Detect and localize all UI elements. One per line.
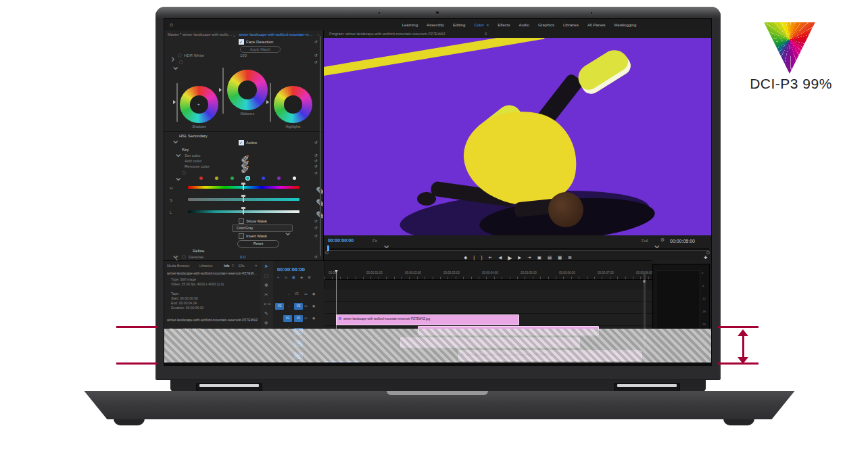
tab-metalogging[interactable]: Metalogging [614,23,637,27]
extract-icon[interactable]: ▤ [548,255,552,260]
reset-icon[interactable]: ↺ [314,53,318,57]
panel-menu-icon[interactable]: ≡ [232,263,234,267]
eye-icon[interactable]: ◉ [312,304,315,308]
program-scrubber[interactable] [327,248,709,251]
denoise-value[interactable]: 0.0 [240,255,245,259]
panel-menu-icon[interactable]: ≡ [485,32,487,36]
source-patch-v1[interactable]: V1 [283,315,292,322]
reset-icon[interactable]: ↺ [314,233,318,238]
tab-graphics[interactable]: Graphics [538,23,554,27]
export-frame-icon[interactable]: ▦ [558,255,562,260]
tab-effects[interactable]: Effects [498,23,510,27]
insert-icon[interactable]: ▭ [304,316,308,320]
wrench-icon[interactable]: ⚙ [308,275,311,279]
ripple-edit-tool-icon[interactable]: ✥ [264,283,268,288]
swatch-purple[interactable] [277,177,281,180]
lift-icon[interactable]: ▣ [537,255,541,260]
invert-mask-checkbox[interactable] [239,233,244,239]
zoom-dropdown[interactable]: Full [642,239,648,243]
tab-editing[interactable]: Editing [453,23,465,27]
tab-all-panels[interactable]: All Panels [587,23,606,27]
lumetri-scrollbar[interactable] [320,36,321,256]
eye-icon[interactable]: ◉ [312,316,315,320]
lum-slider-handle[interactable] [243,208,244,214]
reset-icon[interactable]: ↺ [314,140,318,145]
reset-icon[interactable]: ↺ [314,170,318,175]
tab-libraries[interactable]: Libraries [563,23,579,27]
source-patch-v2[interactable]: V2 [275,303,284,310]
lock-icon[interactable]: ◦ [288,292,289,296]
track-label-v2[interactable]: V2 [294,303,303,310]
tab-audio[interactable]: Audio [519,23,529,27]
insert-icon[interactable]: ▭ [304,291,308,296]
go-to-out-icon[interactable]: ⇥ [527,255,531,260]
reset-icon[interactable]: ↺ [314,218,318,223]
hand-tool-icon[interactable]: ✜ [264,321,268,326]
eyedropper-icon[interactable]: ✐ [241,164,249,177]
tab-media-browser[interactable]: Media Browser [167,264,189,268]
swatch-green[interactable] [231,177,234,180]
button-editor-plus-icon[interactable]: ✚ [704,255,707,260]
selection-tool-icon[interactable]: ➤ [264,264,268,269]
insert-icon[interactable]: ▭ [304,304,308,308]
step-back-icon[interactable]: ◀ [498,255,502,260]
slider-nub-icon[interactable] [219,88,222,92]
reset-button[interactable]: Reset [237,240,279,248]
home-icon[interactable]: ⌂ [170,22,173,28]
timeline-ruler[interactable]: 00:00 00:00:01:00 00:00:02:00 00:00:03:0… [324,270,652,280]
track-select-tool-icon[interactable]: ⬚ [264,273,269,279]
chevron-down-icon[interactable]: ⌄ [283,225,292,238]
midtones-wheel[interactable] [227,70,268,110]
program-current-timecode[interactable]: 00:00:00:00 [328,238,354,243]
tab-assembly[interactable]: Assembly [427,23,444,27]
grid-icon[interactable]: ⊞ [292,275,295,279]
hsl-secondary-label[interactable]: HSL Secondary [179,134,208,138]
chevron-down-icon[interactable]: ⌄ [233,32,236,37]
lock-icon[interactable]: ◦ [288,304,289,308]
swatch-white[interactable] [293,177,296,180]
lumetri-master-label[interactable]: Master * winter-landscape-with-wolford-m… [168,33,233,37]
tab-learning[interactable]: Learning [402,23,418,27]
track-label-v3[interactable]: V3 [295,292,299,296]
tab-info[interactable]: Info [224,264,229,268]
reset-icon[interactable]: ↺ [314,164,318,168]
shadows-level-slider[interactable] [176,83,178,122]
comparison-view-icon[interactable]: ⊞ [568,255,571,260]
scrubber-playhead[interactable] [327,245,329,251]
highlights-wheel[interactable] [274,86,312,123]
tab-color[interactable]: Color [474,23,483,27]
chevron-right-icon[interactable]: › [318,32,319,37]
timeline-clip-v1[interactable]: winter-landscape-with-wolford-mountain-r… [336,314,519,325]
link-icon[interactable]: ∞ [285,275,287,279]
tab-color-close-icon[interactable]: × [487,23,489,27]
eye-icon[interactable]: ◉ [312,291,315,296]
pen-tool-icon[interactable]: ✎ [264,311,268,317]
apply-match-button[interactable]: Apply Match [240,46,281,53]
razor-tool-icon[interactable]: ✂ [264,292,268,298]
tab-effects[interactable]: Effe [239,264,245,268]
go-to-in-icon[interactable]: ⇤ [489,255,492,260]
tab-libraries[interactable]: Libraries [199,264,212,268]
active-checkbox[interactable]: ✓ [239,140,244,145]
face-detection-checkbox[interactable]: ✓ [239,39,244,45]
snap-icon[interactable]: ⌖ [277,275,279,280]
wrench-icon[interactable]: ⚙ [660,237,665,243]
program-title[interactable]: Program: winter-landscape-with-wolford-m… [329,32,445,37]
hue-slider-handle[interactable] [243,184,244,190]
target-icon[interactable]: ◈ [300,275,303,279]
reset-icon[interactable]: ↺ [314,60,318,64]
more-panels-icon[interactable]: » [255,263,257,267]
slider-nub-icon[interactable] [266,100,269,104]
highlights-level-slider[interactable] [270,83,271,122]
slider-nub-icon[interactable] [173,100,176,104]
hdr-white-value[interactable]: 100 [240,53,247,57]
play-icon[interactable]: ▶ [508,255,512,260]
slip-tool-icon[interactable]: ⟷ [264,302,270,307]
reset-icon[interactable]: ↺ [314,254,318,259]
lumetri-clip-name[interactable]: winter-landscape-with-wolford-mountain-r… [239,33,314,37]
swatch-yellow[interactable] [215,177,218,180]
add-marker-icon[interactable]: ◆ [464,255,467,260]
reset-icon[interactable]: ↺ [314,225,318,230]
sat-slider-handle[interactable] [243,196,244,202]
fit-dropdown[interactable]: Fit [372,239,377,243]
